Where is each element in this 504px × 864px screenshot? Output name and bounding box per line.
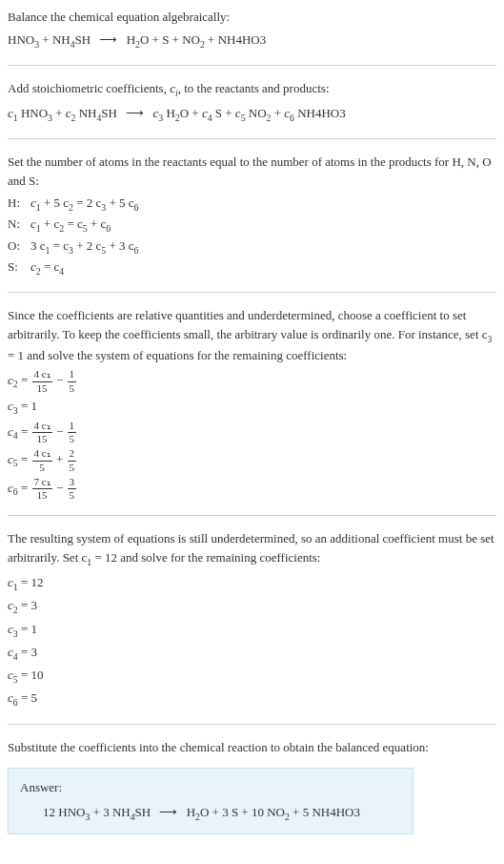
val: = 5 (18, 690, 37, 705)
coeff-item: c4 = 3 (8, 643, 496, 664)
atoms-title: Set the number of atoms in the reactants… (8, 153, 496, 190)
atom-label: O: (8, 237, 30, 256)
coef: c (150, 106, 158, 120)
eq-text: = c (50, 238, 69, 253)
fraction: 25 (68, 447, 77, 474)
numerator: 4 c₁ (32, 447, 52, 461)
separator (8, 65, 496, 66)
fraction: 4 c₁15 (32, 420, 52, 446)
coeff-c5: c5 = 4 c₁5 + 25 (8, 447, 496, 474)
balance-equation: HNO3 + NH4SH ⟶ H2O + S + NO2 + NH4HO3 (8, 31, 496, 51)
numerator: 3 (68, 476, 77, 489)
eq-text: NH (75, 106, 96, 120)
val: = 1 (18, 622, 37, 636)
val: = 3 (18, 598, 37, 612)
section-substitute: Substitute the coefficients into the che… (8, 738, 496, 834)
answer-box: Answer: 12 HNO3 + 3 NH4SH ⟶ H2O + 3 S + … (8, 768, 413, 834)
eq-text: = (18, 424, 31, 439)
eq-text: + (52, 106, 66, 120)
coeff-c3: c3 = 1 (8, 397, 496, 418)
eq-text: O + 3 S + 10 NO (200, 805, 285, 819)
denominator: 5 (68, 462, 77, 474)
answer-label: Answer: (20, 778, 401, 797)
arrow-icon: ⟶ (159, 803, 177, 822)
separator (8, 724, 496, 725)
eq-text: = c (41, 259, 60, 274)
eq-text: = 2 c (73, 195, 101, 210)
title-text: , to the reactants and products: (178, 81, 330, 95)
var-sub: 4 (59, 265, 64, 276)
eq-text: O + (180, 106, 202, 120)
denominator: 5 (68, 433, 77, 445)
fraction: 35 (68, 476, 77, 503)
atom-row-o: O: 3 c1 = c3 + 2 c5 + 3 c6 (8, 237, 496, 257)
title-sub: 3 (488, 333, 493, 343)
eq-text: = (18, 452, 31, 466)
numerator: 1 (68, 368, 77, 381)
arrow-icon: ⟶ (126, 104, 144, 123)
stoich-title: Add stoichiometric coefficients, ci, to … (8, 79, 496, 100)
atom-table: H: c1 + 5 c2 = 2 c3 + 5 c6 N: c1 + c2 = … (8, 194, 496, 278)
eq-text: H (123, 32, 135, 47)
title-text: Add stoichiometric coefficients, (8, 81, 170, 95)
var-sub: 6 (106, 223, 111, 234)
eq-text: 3 c (30, 238, 46, 253)
numerator: 4 c₁ (32, 368, 52, 381)
eq-text: + c (88, 216, 107, 231)
arbitrary-title: Since the coefficients are relative quan… (8, 306, 496, 364)
denominator: 5 (68, 382, 77, 395)
section-balance: Balance the chemical equation algebraica… (8, 8, 496, 51)
separator (8, 515, 496, 516)
eq-text: SH (75, 32, 94, 47)
balance-title: Balance the chemical equation algebraica… (8, 8, 496, 27)
coeff-item: c3 = 1 (8, 620, 496, 641)
section-atoms: Set the number of atoms in the reactants… (8, 153, 496, 278)
eq-text: − (53, 373, 67, 387)
denominator: 15 (32, 489, 52, 502)
answer-equation: 12 HNO3 + 3 NH4SH ⟶ H2O + 3 S + 10 NO2 +… (20, 803, 401, 824)
val: = 12 (18, 575, 44, 589)
val: = 10 (18, 668, 44, 682)
coeff-item: c6 = 5 (8, 689, 496, 710)
eq-text: + 5 c (106, 195, 133, 210)
section-resolve: The resulting system of equations is sti… (8, 529, 496, 710)
title-text: = 1 and solve the system of equations fo… (8, 348, 347, 362)
denominator: 5 (32, 462, 52, 474)
separator (8, 292, 496, 293)
fraction: 15 (68, 368, 77, 395)
eq-text: 12 HNO (43, 805, 85, 819)
eq-text: + 3 c (106, 238, 133, 253)
eq-text: + 3 NH (90, 805, 130, 819)
atom-equation: c1 + 5 c2 = 2 c3 + 5 c6 (30, 194, 496, 215)
section-arbitrary: Since the coefficients are relative quan… (8, 306, 496, 502)
frac-coeff-list: c2 = 4 c₁15 − 15 c3 = 1 c4 = 4 c₁15 − 15… (8, 368, 496, 502)
numerator: 7 c₁ (32, 476, 52, 489)
fraction: 15 (68, 420, 77, 446)
eq-text: S + (212, 106, 235, 120)
section-stoich: Add stoichiometric coefficients, ci, to … (8, 79, 496, 125)
atom-equation: c1 + c2 = c5 + c6 (30, 215, 496, 236)
eq-text: = (18, 481, 31, 495)
var-sub: 6 (133, 244, 138, 255)
eq-text: SH (101, 106, 120, 120)
coeff-c4: c4 = 4 c₁15 − 15 (8, 420, 496, 446)
substitute-title: Substitute the coefficients into the che… (8, 738, 496, 757)
eq-text: H (183, 805, 195, 819)
atom-equation: c2 = c4 (30, 257, 496, 278)
fraction: 4 c₁5 (32, 447, 52, 474)
separator (8, 138, 496, 139)
val: = 3 (18, 645, 37, 659)
numerator: 1 (68, 420, 77, 433)
atom-row-s: S: c2 = c4 (8, 257, 496, 278)
atom-label: S: (8, 257, 30, 277)
atom-equation: 3 c1 = c3 + 2 c5 + 3 c6 (30, 237, 496, 257)
eq-text: HNO (18, 106, 48, 120)
eq-text: + 5 c (41, 195, 69, 210)
eq-text: HNO (8, 32, 34, 47)
eq-text: + 5 NH4HO3 (290, 805, 360, 819)
arrow-icon: ⟶ (99, 31, 117, 50)
eq-text: + NH (39, 32, 71, 47)
denominator: 5 (68, 489, 77, 502)
fraction: 7 c₁15 (32, 476, 52, 503)
coeff-item: c1 = 12 (8, 573, 496, 594)
